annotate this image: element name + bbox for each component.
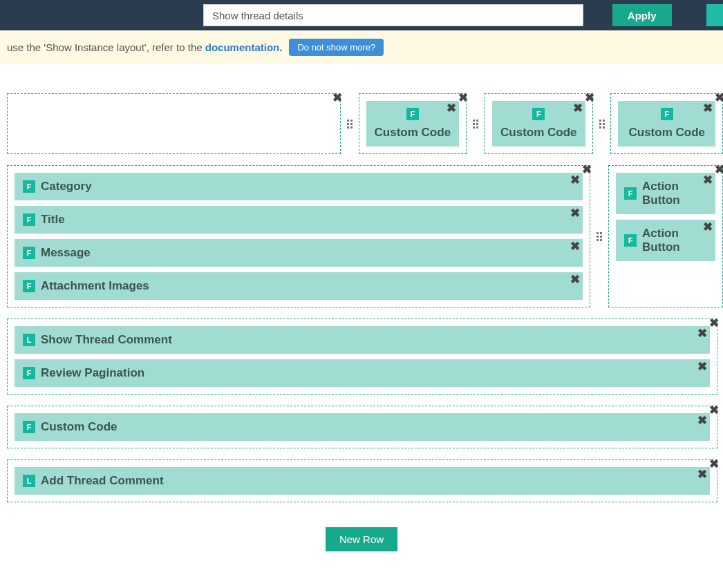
block-label: Message [41, 246, 91, 260]
info-text: use the 'Show Instance layout', refer to… [7, 41, 203, 53]
drag-handle-icon[interactable] [472, 93, 479, 154]
block-type-badge: F [23, 280, 35, 292]
remove-column-icon[interactable]: ✖ [585, 92, 594, 104]
block-label: Custom Code [375, 126, 451, 140]
block-type-badge: L [23, 475, 35, 487]
top-header: Apply [0, 0, 723, 30]
block-label: Add Thread Comment [41, 474, 164, 488]
page-title-input[interactable] [203, 4, 583, 26]
secondary-button-partial[interactable] [706, 4, 724, 26]
layout-column[interactable]: ✖✖FCustom Code [610, 93, 723, 154]
block-label: Show Thread Comment [41, 333, 172, 347]
remove-block-icon[interactable]: ✖ [703, 102, 713, 114]
remove-block-icon[interactable]: ✖ [570, 240, 580, 252]
layout-block[interactable]: ✖FReview Pagination [15, 359, 710, 387]
do-not-show-more-button[interactable]: Do not show more? [289, 39, 384, 56]
new-row-button[interactable]: New Row [326, 527, 397, 551]
block-label: Action Button [642, 180, 707, 207]
block-label: Attachment Images [41, 279, 149, 293]
remove-column-icon[interactable]: ✖ [715, 164, 723, 176]
remove-block-icon[interactable]: ✖ [697, 328, 707, 339]
block-type-badge: F [624, 187, 637, 200]
remove-column-icon[interactable]: ✖ [332, 92, 342, 104]
layout-row: ✖✖FCustom Code [7, 406, 723, 448]
block-label: Custom Code [500, 126, 577, 140]
block-type-badge: F [23, 247, 35, 259]
block-label: Category [41, 180, 92, 193]
layout-column[interactable]: ✖✖FAction Button✖FAction Button [608, 165, 723, 307]
block-type-badge: F [624, 234, 637, 247]
layout-block[interactable]: ✖FCustom Code [618, 101, 715, 146]
layout-block[interactable]: ✖FCustom Code [492, 101, 585, 146]
remove-column-icon[interactable]: ✖ [709, 404, 719, 416]
layout-block[interactable]: ✖FCustom Code [15, 413, 710, 441]
info-strip: use the 'Show Instance layout', refer to… [0, 30, 723, 64]
block-label: Action Button [642, 227, 707, 254]
layout-row: ✖✖✖FCustom Code✖✖FCustom Code✖✖FCustom C… [7, 93, 723, 154]
block-type-badge: F [406, 108, 419, 120]
layout-row: ✖✖LShow Thread Comment✖FReview Paginatio… [7, 319, 723, 395]
drag-handle-icon[interactable] [599, 93, 605, 154]
layout-block[interactable]: ✖FAction Button [616, 220, 715, 261]
remove-column-icon[interactable]: ✖ [709, 317, 719, 329]
layout-row: ✖✖LAdd Thread Comment [7, 459, 723, 502]
remove-block-icon[interactable]: ✖ [570, 207, 580, 219]
layout-block[interactable]: ✖FAttachment Images [15, 272, 583, 300]
remove-block-icon[interactable]: ✖ [703, 221, 713, 233]
block-type-badge: F [23, 180, 35, 193]
layout-block[interactable]: ✖FAction Button [616, 173, 715, 214]
layout-column[interactable]: ✖ [7, 93, 341, 154]
layout-row: ✖✖FCategory✖FTitle✖FMessage✖FAttachment … [7, 165, 723, 307]
remove-block-icon[interactable]: ✖ [570, 274, 580, 285]
block-type-badge: L [23, 334, 35, 346]
remove-block-icon[interactable]: ✖ [697, 415, 707, 426]
drag-handle-icon[interactable] [346, 93, 353, 154]
layout-column[interactable]: ✖✖FCustom Code [359, 93, 467, 154]
block-type-badge: F [23, 421, 35, 433]
layout-column[interactable]: ✖✖FCustom Code [485, 93, 593, 154]
block-label: Custom Code [628, 126, 705, 140]
remove-column-icon[interactable]: ✖ [715, 92, 723, 104]
layout-block[interactable]: ✖FCustom Code [366, 101, 460, 146]
block-label: Title [41, 213, 65, 227]
layout-block[interactable]: ✖FMessage [15, 239, 583, 267]
block-type-badge: F [23, 214, 35, 226]
remove-column-icon[interactable]: ✖ [582, 164, 592, 176]
remove-block-icon[interactable]: ✖ [703, 174, 713, 186]
layout-block[interactable]: ✖LAdd Thread Comment [15, 467, 710, 495]
layout-column[interactable]: ✖✖FCustom Code [7, 406, 717, 448]
remove-block-icon[interactable]: ✖ [570, 174, 580, 186]
remove-column-icon[interactable]: ✖ [458, 92, 468, 104]
layout-canvas: ✖✖✖FCustom Code✖✖FCustom Code✖✖FCustom C… [0, 64, 723, 520]
layout-block[interactable]: ✖LShow Thread Comment [15, 326, 710, 354]
remove-block-icon[interactable]: ✖ [447, 102, 456, 114]
block-type-badge: F [661, 108, 673, 120]
block-label: Review Pagination [41, 366, 144, 380]
layout-column[interactable]: ✖✖LShow Thread Comment✖FReview Paginatio… [7, 319, 717, 395]
block-type-badge: F [23, 367, 35, 379]
layout-block[interactable]: ✖FCategory [15, 173, 583, 200]
remove-column-icon[interactable]: ✖ [709, 458, 719, 470]
drag-handle-icon[interactable] [596, 165, 603, 307]
block-type-badge: F [532, 108, 545, 120]
documentation-link[interactable]: documentation. [205, 41, 283, 53]
layout-column[interactable]: ✖✖LAdd Thread Comment [7, 459, 717, 502]
remove-block-icon[interactable]: ✖ [697, 468, 707, 480]
remove-block-icon[interactable]: ✖ [697, 361, 707, 372]
remove-block-icon[interactable]: ✖ [573, 102, 583, 114]
layout-block[interactable]: ✖FTitle [15, 206, 583, 234]
layout-column[interactable]: ✖✖FCategory✖FTitle✖FMessage✖FAttachment … [7, 165, 590, 307]
block-label: Custom Code [41, 420, 118, 434]
apply-button[interactable]: Apply [612, 4, 672, 26]
